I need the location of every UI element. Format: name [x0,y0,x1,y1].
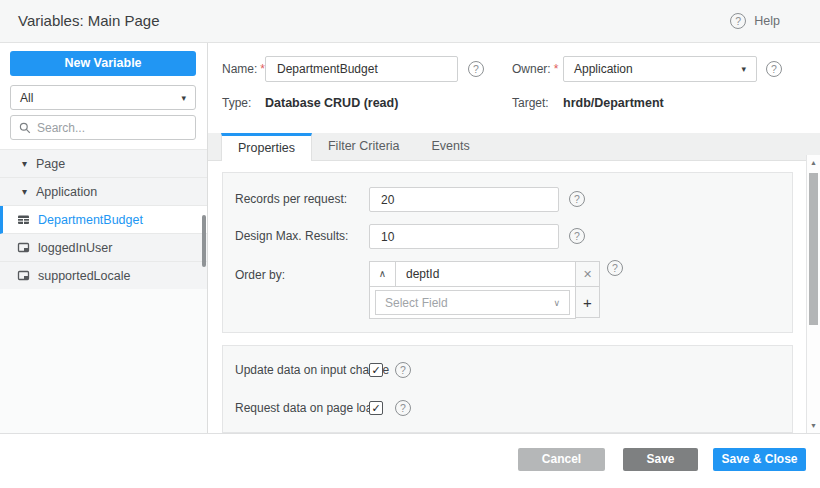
tree-item-label: supportedLocale [38,269,130,283]
chevron-down-icon: ∨ [553,298,560,308]
tree-group-page[interactable]: ▾ Page [0,150,207,178]
request-on-page-load-help-icon[interactable]: ? [395,400,411,416]
owner-help-icon[interactable]: ? [766,61,782,77]
order-by-entry-row: ∧ [370,262,575,287]
name-input[interactable] [265,56,458,82]
order-by-label: Order by: [235,263,285,288]
tree-item-departmentbudget[interactable]: DepartmentBudget [0,206,207,234]
caret-down-icon: ▾ [22,159,27,169]
order-by-control: ∧ Select Field ∨ ✕ + [369,261,600,319]
request-on-page-load-label: Request data on page load [235,398,379,418]
crud-variable-icon [17,213,30,226]
records-per-request-label: Records per request: [235,187,347,212]
variables-sidebar: New Variable All ▾ ▾ Page ▾ Application [0,43,208,433]
behavior-panel: Update data on input change ✓ ? Request … [222,345,793,433]
caret-down-icon: ▾ [22,187,27,197]
page-title: Variables: Main Page [18,0,159,42]
properties-tab-content: Records per request: ? Design Max. Resul… [208,161,806,433]
select-field-placeholder: Select Field [385,296,448,310]
tree-group-application[interactable]: ▾ Application [0,178,207,206]
plus-icon: + [583,294,592,311]
tree-group-label: Application [36,185,97,199]
design-max-results-input[interactable] [369,224,559,249]
check-icon: ✓ [371,403,380,414]
content-scrollbar: ▲ ▼ [806,155,820,433]
new-variable-button[interactable]: New Variable [10,51,196,76]
type-value: Database CRUD (read) [265,94,398,112]
target-value: hrdb/Department [563,94,664,112]
cancel-button[interactable]: Cancel [518,448,605,471]
tree-item-loggedinuser[interactable]: loggedInUser [0,234,207,262]
chevron-up-icon: ∧ [379,268,386,279]
save-and-close-button[interactable]: Save & Close [713,448,806,471]
save-button[interactable]: Save [623,448,698,471]
tab-filter-criteria[interactable]: Filter Criteria [312,133,416,160]
scroll-down-arrow[interactable]: ▼ [807,422,820,429]
sidebar-empty-area [0,289,207,433]
search-box [10,115,196,140]
design-max-results-label: Design Max. Results: [235,224,348,249]
static-variable-icon [17,269,30,282]
dialog-footer: Cancel Save Save & Close [0,433,820,488]
request-on-page-load-checkbox[interactable]: ✓ [369,401,383,415]
name-label: Name:* [222,56,265,82]
order-by-rows: ∧ Select Field ∨ [369,261,576,319]
owner-label: Owner:* [512,56,558,82]
target-label: Target: [512,94,549,112]
search-input[interactable] [37,121,187,135]
update-on-input-change-help-icon[interactable]: ? [395,362,411,378]
chevron-down-icon: ▾ [741,64,746,74]
static-variable-icon [17,241,30,254]
data-settings-panel: Records per request: ? Design Max. Resul… [222,172,793,333]
variable-type-filter-dropdown[interactable]: All ▾ [10,85,196,110]
sidebar-scrollbar-thumb[interactable] [202,215,206,267]
owner-select[interactable]: Application ▾ [563,56,757,82]
select-field-dropdown[interactable]: Select Field ∨ [375,290,570,315]
tab-bar: Properties Filter Criteria Events [208,133,820,161]
records-per-request-help-icon[interactable]: ? [569,191,585,207]
variables-dialog: Variables: Main Page ? Help New Variable… [0,0,820,488]
records-per-request-input[interactable] [369,187,559,212]
tree-item-label: loggedInUser [38,241,112,255]
tree-group-label: Page [36,157,65,171]
chevron-down-icon: ▾ [181,93,186,103]
tree-item-label: DepartmentBudget [38,213,143,227]
help-button[interactable]: ? Help [730,0,780,42]
close-icon: ✕ [583,268,592,281]
update-on-input-change-checkbox[interactable]: ✓ [369,363,383,377]
type-label: Type: [222,94,251,112]
tab-events[interactable]: Events [416,133,486,160]
remove-order-field-button[interactable]: ✕ [576,261,600,287]
order-by-help-icon[interactable]: ? [607,260,623,276]
design-max-results-help-icon[interactable]: ? [569,228,585,244]
tree-item-supportedlocale[interactable]: supportedLocale [0,262,207,290]
check-icon: ✓ [371,365,380,376]
order-by-actions: ✕ + [576,261,600,319]
tab-properties[interactable]: Properties [221,133,312,161]
variable-tree: ▾ Page ▾ Application DepartmentBudget [0,149,207,290]
help-label: Help [754,14,780,28]
add-order-field-button[interactable]: + [576,287,600,318]
content-scrollbar-thumb[interactable] [809,173,818,325]
dialog-header: Variables: Main Page ? Help [0,0,820,43]
help-icon: ? [730,13,746,29]
sort-direction-toggle[interactable]: ∧ [370,262,396,286]
filter-selected-value: All [20,91,33,105]
update-on-input-change-label: Update data on input change [235,360,389,380]
owner-selected-value: Application [574,62,633,76]
order-by-add-row: Select Field ∨ [370,287,575,318]
order-by-field-input[interactable] [396,262,575,286]
required-marker: * [554,62,559,76]
search-icon [19,122,31,134]
scroll-up-arrow[interactable]: ▲ [807,159,820,166]
name-help-icon[interactable]: ? [468,61,484,77]
